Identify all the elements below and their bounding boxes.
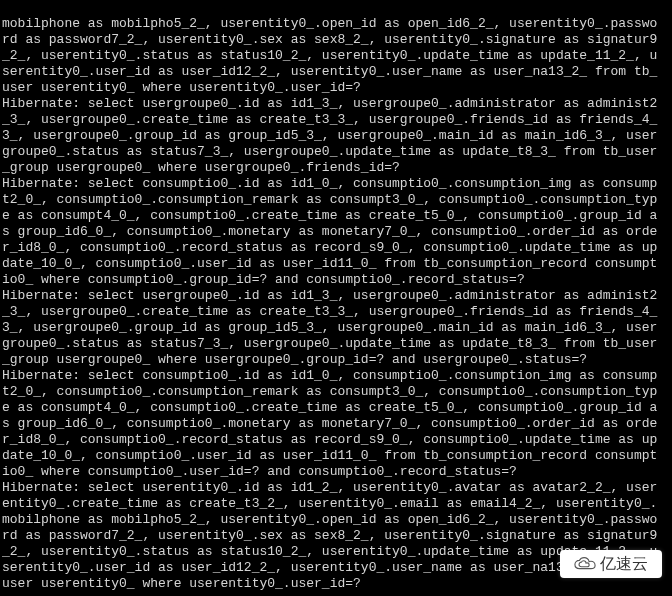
log-line: _group usergroupe0_ where usergroupe0_.g… bbox=[0, 352, 672, 368]
log-line: io0_ where consumptio0_.group_id=? and c… bbox=[0, 272, 672, 288]
terminal-output[interactable]: mobilphone as mobilpho5_2_, userentity0_… bbox=[0, 0, 672, 596]
log-line: groupe0_.status as status7_3_, usergroup… bbox=[0, 336, 672, 352]
log-line: 3_, usergroupe0_.group_id as group_id5_3… bbox=[0, 320, 672, 336]
log-line: groupe0_.status as status7_3_, usergroup… bbox=[0, 144, 672, 160]
log-line: e as consumpt4_0_, consumptio0_.create_t… bbox=[0, 208, 672, 224]
log-line: rd as password7_2_, userentity0_.sex as … bbox=[0, 32, 672, 48]
log-line: s group_id6_0_, consumptio0_.monetary as… bbox=[0, 224, 672, 240]
log-line: s group_id6_0_, consumptio0_.monetary as… bbox=[0, 416, 672, 432]
log-line: _3_, usergroupe0_.create_time as create_… bbox=[0, 112, 672, 128]
log-line: r_id8_0_, consumptio0_.record_status as … bbox=[0, 240, 672, 256]
log-line: rd as password7_2_, userentity0_.sex as … bbox=[0, 528, 672, 544]
log-line: t2_0_, consumptio0_.consumption_remark a… bbox=[0, 384, 672, 400]
watermark-badge: 亿速云 bbox=[560, 550, 662, 578]
log-line: date_10_0_, consumptio0_.user_id as user… bbox=[0, 448, 672, 464]
log-line: date_10_0_, consumptio0_.user_id as user… bbox=[0, 256, 672, 272]
cloud-icon bbox=[574, 556, 596, 572]
log-line: serentity0_.user_id as user_id12_2_, use… bbox=[0, 64, 672, 80]
log-line: r_id8_0_, consumptio0_.record_status as … bbox=[0, 432, 672, 448]
watermark-text: 亿速云 bbox=[600, 556, 648, 572]
log-line: io0_ where consumptio0_.user_id=? and co… bbox=[0, 464, 672, 480]
log-line: user userentity0_ where userentity0_.use… bbox=[0, 80, 672, 96]
log-line: t2_0_, consumptio0_.consumption_remark a… bbox=[0, 192, 672, 208]
log-line: Hibernate: select consumptio0_.id as id1… bbox=[0, 176, 672, 192]
log-line: mobilphone as mobilpho5_2_, userentity0_… bbox=[0, 16, 672, 32]
log-line: _2_, userentity0_.status as status10_2_,… bbox=[0, 48, 672, 64]
log-line: Hibernate: select consumptio0_.id as id1… bbox=[0, 368, 672, 384]
log-line: _3_, usergroupe0_.create_time as create_… bbox=[0, 304, 672, 320]
log-line: _group usergroupe0_ where usergroupe0_.f… bbox=[0, 160, 672, 176]
log-line: e as consumpt4_0_, consumptio0_.create_t… bbox=[0, 400, 672, 416]
log-line: Hibernate: select usergroupe0_.id as id1… bbox=[0, 288, 672, 304]
log-line: 3_, usergroupe0_.group_id as group_id5_3… bbox=[0, 128, 672, 144]
log-line: entity0_.create_time as create_t3_2_, us… bbox=[0, 496, 672, 512]
log-line: user userentity0_ where userentity0_.use… bbox=[0, 576, 672, 592]
log-line: mobilphone as mobilpho5_2_, userentity0_… bbox=[0, 512, 672, 528]
log-line: Hibernate: select userentity0_.id as id1… bbox=[0, 480, 672, 496]
log-line: Hibernate: select usergroupe0_.id as id1… bbox=[0, 96, 672, 112]
